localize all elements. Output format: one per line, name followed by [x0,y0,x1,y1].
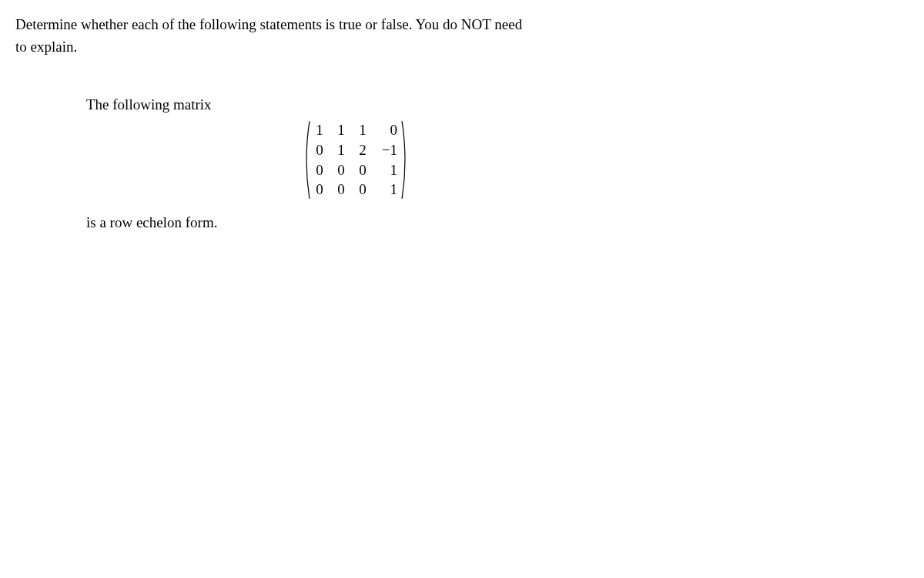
matrix-cell: 1 [379,161,397,180]
instruction-text: Determine whether each of the following … [15,14,909,58]
matrix-cell: 0 [357,180,368,199]
problem-intro: The following matrix [86,96,909,113]
matrix-cell: 0 [314,161,325,180]
matrix-body: 1 1 1 0 0 1 2 −1 0 0 0 1 0 0 0 1 [311,119,400,200]
matrix: 1 1 1 0 0 1 2 −1 0 0 0 1 0 0 0 1 [302,119,410,200]
matrix-cell: −1 [379,141,397,160]
problem-outro: is a row echelon form. [86,214,909,231]
instruction-line1: Determine whether each of the following … [15,16,522,32]
matrix-cell: 2 [357,141,368,160]
right-paren-icon [400,119,410,200]
matrix-cell: 1 [357,121,368,139]
matrix-cell: 0 [379,121,397,139]
matrix-cell: 1 [336,141,346,160]
left-paren-icon [302,119,311,200]
problem-block: The following matrix 1 1 1 0 0 1 2 −1 0 … [86,96,909,231]
matrix-cell: 1 [336,121,346,139]
matrix-wrapper: 1 1 1 0 0 1 2 −1 0 0 0 1 0 0 0 1 [302,119,909,200]
instruction-line2: to explain. [15,39,77,55]
matrix-cell: 1 [314,121,325,139]
matrix-cell: 0 [336,180,346,199]
matrix-cell: 0 [357,161,368,180]
matrix-cell: 0 [314,141,325,160]
matrix-cell: 0 [336,161,346,180]
matrix-cell: 0 [314,180,325,199]
matrix-cell: 1 [379,180,397,199]
